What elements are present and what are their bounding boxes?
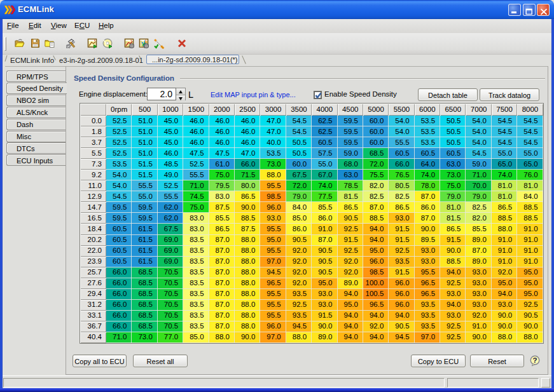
svg-text:?: ? <box>532 356 537 364</box>
